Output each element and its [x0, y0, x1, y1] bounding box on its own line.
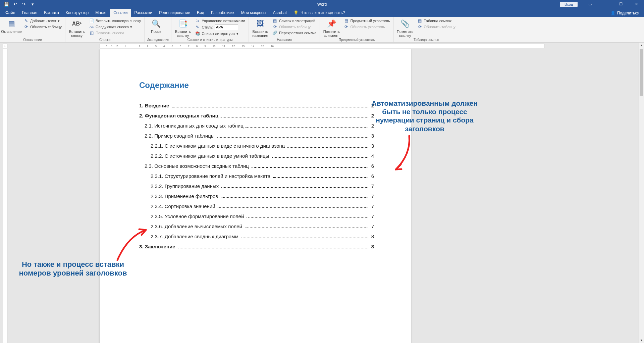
- group-label: Названия: [251, 38, 318, 42]
- toc-entry[interactable]: 2.2.1. С источником данных в виде статич…: [139, 143, 374, 149]
- vertical-ruler[interactable]: [3, 49, 7, 343]
- tab-ссылки[interactable]: Ссылки: [110, 9, 131, 17]
- scroll-up-icon[interactable]: ▲: [639, 43, 644, 48]
- toc-page: 2: [370, 103, 374, 108]
- maximize-icon[interactable]: ❐: [613, 0, 629, 8]
- insert-caption-button[interactable]: 🖼 Вставить название: [251, 18, 270, 38]
- tab-вставка[interactable]: Вставка: [41, 9, 62, 17]
- document-page[interactable]: Содержание 1. Введение 22. Функционал св…: [100, 49, 411, 343]
- ribbon-display-icon[interactable]: ▭: [582, 0, 598, 8]
- tab-разработчик[interactable]: Разработчик: [208, 9, 238, 17]
- update-tof-button[interactable]: ⟳Обновить таблицу: [271, 24, 318, 30]
- qat-customize-icon[interactable]: ▾: [28, 0, 37, 8]
- tab-конструктор[interactable]: Конструктор: [62, 9, 92, 17]
- scroll-thumb[interactable]: [640, 49, 643, 96]
- tab-вид[interactable]: Вид: [194, 9, 208, 17]
- crossref-icon: 🔗: [272, 30, 278, 36]
- manage-sources-button[interactable]: 🗂Управление источниками: [194, 18, 246, 24]
- toc-leader: [272, 157, 369, 158]
- toc-entry[interactable]: 2.2. Пример сводной таблицы 3: [139, 133, 374, 139]
- next-icon: AB: [89, 24, 94, 30]
- toc-entry[interactable]: 3. Заключение 8: [139, 244, 374, 249]
- caption-icon: 🖼: [255, 18, 266, 29]
- tell-me-search[interactable]: 💡 Что вы хотите сделать?: [290, 9, 348, 17]
- toc-entry[interactable]: 2.3.4. Сортировка значений 7: [139, 203, 374, 209]
- show-footnotes-button[interactable]: ◰Показать сноски: [88, 30, 142, 36]
- insert-index-button[interactable]: ▤Предметный указатель: [342, 18, 391, 24]
- toc-button[interactable]: ▤ Оглавление: [2, 18, 21, 34]
- horizontal-ruler[interactable]: 3 · · 1 · · 2 · · · · 1 · · · · · · · · …: [100, 44, 544, 48]
- toc-entry[interactable]: 2.3.5. Условное форматирование полей 7: [139, 213, 374, 219]
- mark-entry-button[interactable]: 📌 Пометить элемент: [322, 18, 341, 38]
- lightbulb-icon: 💡: [293, 10, 299, 15]
- mark-citation-button[interactable]: 📎 Пометить ссылку: [396, 18, 415, 38]
- footnote-icon: AB¹: [71, 18, 82, 29]
- toc-entry[interactable]: 2.3.3. Применение фильтров 7: [139, 193, 374, 199]
- style-selector[interactable]: ✎Стиль:: [194, 24, 246, 31]
- toc-entry[interactable]: 2. Функционал сводных таблиц 2: [139, 113, 374, 118]
- ribbon: ▤ Оглавление ✎Добавить текст▾ ⟳Обновить …: [0, 17, 644, 43]
- tab-макет[interactable]: Макет: [92, 9, 110, 17]
- toc-page: 7: [370, 224, 374, 229]
- toc-title: Содержание: [139, 81, 374, 90]
- toc-entry[interactable]: 2.3. Основные возможности сводных таблиц…: [139, 163, 374, 169]
- toc-entry[interactable]: 2.3.7. Добавление сводных диаграмм 8: [139, 234, 374, 239]
- tof-button[interactable]: ▤Список иллюстраций: [271, 18, 318, 24]
- search-button[interactable]: 🔍 Поиск: [147, 18, 165, 34]
- share-button[interactable]: 👤 Поделиться: [606, 9, 644, 17]
- citation-label: Вставить ссылку: [175, 30, 191, 38]
- insert-footnote-button[interactable]: AB¹ Вставить сноску: [67, 18, 86, 38]
- tell-me-label: Что вы хотите сделать?: [301, 10, 345, 15]
- redo-icon[interactable]: ↷: [19, 0, 28, 8]
- toc-leader: [220, 117, 369, 117]
- minimize-icon[interactable]: —: [598, 0, 613, 8]
- tab-рецензирование[interactable]: Рецензирование: [156, 9, 194, 17]
- refresh-icon: ⟳: [343, 24, 349, 30]
- group-toc: ▤ Оглавление ✎Добавить текст▾ ⟳Обновить …: [0, 17, 65, 42]
- scroll-down-icon[interactable]: ▼: [639, 338, 644, 343]
- bibliography-button[interactable]: 📚Список литературы▾: [194, 31, 246, 37]
- vertical-scrollbar[interactable]: ▲ ▼: [639, 43, 644, 343]
- insert-citation-button[interactable]: 📑 Вставить ссылку: [173, 18, 192, 38]
- toc-leader: [217, 137, 369, 138]
- share-label: Поделиться: [617, 11, 639, 15]
- toc-entry[interactable]: 2.3.2. Группирование данных 7: [139, 183, 374, 189]
- add-text-button[interactable]: ✎Добавить текст▾: [22, 18, 63, 24]
- update-index-button[interactable]: ⟳Обновить указатель: [342, 24, 391, 30]
- toa-button[interactable]: ▤Таблица ссылок: [416, 18, 457, 24]
- toc-page: 2: [370, 123, 374, 129]
- toc-page: 3: [370, 143, 374, 149]
- toc-entry[interactable]: 2.3.1. Структурирование полей и настройк…: [139, 173, 374, 179]
- toc-leader: [241, 238, 368, 238]
- update-toc-button[interactable]: ⟳Обновить таблицу: [22, 24, 63, 30]
- close-icon[interactable]: ✕: [629, 0, 644, 8]
- toc-text: 2.2.2. С источником данных в виде умной …: [151, 153, 271, 159]
- group-label: Исследование: [147, 38, 169, 42]
- tab-file[interactable]: Файл: [2, 9, 19, 17]
- tab-главная[interactable]: Главная: [19, 9, 41, 17]
- save-icon[interactable]: 💾: [2, 0, 11, 8]
- tab-рассылки[interactable]: Рассылки: [131, 9, 156, 17]
- undo-icon[interactable]: ↶: [11, 0, 19, 8]
- tof-icon: ▤: [272, 18, 278, 23]
- toc-entry[interactable]: 2.1. Источник данных для сводных таблиц …: [139, 123, 374, 129]
- toc-entry[interactable]: 2.3.6. Добавление вычисляемых полей 7: [139, 224, 374, 229]
- group-research: 🔍 Поиск Исследование: [145, 17, 171, 42]
- login-button[interactable]: Вход: [560, 2, 578, 7]
- update-toa-button[interactable]: ⟳Обновить таблицу: [416, 24, 457, 30]
- next-footnote-button[interactable]: ABСледующая сноска▾: [88, 24, 142, 30]
- style-input[interactable]: [215, 24, 238, 30]
- group-label: Таблица ссылок: [396, 38, 457, 42]
- insert-endnote-button[interactable]: 📄Вставить концевую сноску: [88, 18, 142, 24]
- toa-icon: ▤: [417, 18, 423, 23]
- tab-selector[interactable]: ∟: [3, 44, 7, 48]
- toc-entry[interactable]: 2.2.2. С источником данных в виде умной …: [139, 153, 374, 159]
- toc-text: 3. Заключение: [139, 244, 177, 249]
- tab-acrobat[interactable]: Acrobat: [270, 9, 290, 17]
- toc-entry[interactable]: 1. Введение 2: [139, 103, 374, 108]
- tab-мои макросы[interactable]: Мои макросы: [238, 9, 270, 17]
- toc-icon: ▤: [6, 18, 17, 29]
- ribbon-tabs: Файл ГлавнаяВставкаКонструкторМакетСсылк…: [0, 8, 644, 17]
- toc-page: 6: [370, 163, 374, 169]
- crossref-button[interactable]: 🔗Перекрестная ссылка: [271, 30, 318, 36]
